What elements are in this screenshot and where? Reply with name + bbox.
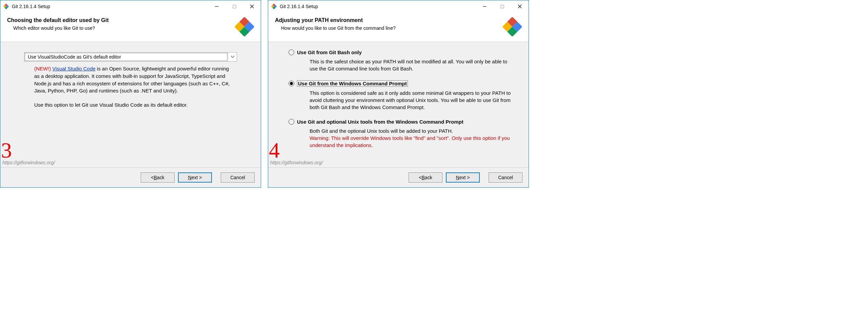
new-badge: (NEW!) [34,66,51,71]
window-controls [476,0,529,13]
cancel-button[interactable]: Cancel [221,172,255,183]
titlebar: Git 2.16.1.4 Setup [268,0,529,13]
setup-window-left: Git 2.16.1.4 Setup Choosing the default … [0,0,261,188]
editor-select[interactable]: Use VisualStudioCode as Git's default ed… [24,52,237,62]
button-bar: < Back Next > Cancel [268,167,529,187]
editor-desc-p2: Use this option to let Git use Visual St… [34,101,234,109]
window-title: Git 2.16.1.4 Setup [280,4,318,9]
radio-icon [289,119,294,125]
cancel-button[interactable]: Cancel [489,172,522,183]
radio-windows-cmd[interactable]: Use Git from the Windows Command Prompt [289,80,518,87]
radio-git-bash-only[interactable]: Use Git from Git Bash only [289,49,518,55]
git-logo-icon [503,17,522,36]
button-bar: < Back Next > Cancel [0,167,261,187]
step-number: 4 [269,140,280,161]
header-panel: Adjusting your PATH environment How woul… [268,13,529,42]
content-area: Use Git from Git Bash only This is the s… [268,42,529,167]
footer-url: https://gitforwindows.org/ [2,160,55,165]
window-title: Git 2.16.1.4 Setup [12,4,50,9]
page-subtitle: Which editor would you like Git to use? [7,25,232,31]
minimize-button[interactable] [208,0,225,13]
page-title: Adjusting your PATH environment [275,17,499,23]
radio-icon [289,81,294,86]
svg-rect-5 [233,5,236,8]
footer-url: https://gitforwindows.org/ [270,160,323,165]
warning-text: Warning: This will override Windows tool… [310,135,510,148]
back-button[interactable]: < Back [409,172,442,183]
content-area: Use VisualStudioCode as Git's default ed… [0,42,261,167]
setup-window-right: Git 2.16.1.4 Setup Adjusting your PATH e… [268,0,529,188]
titlebar: Git 2.16.1.4 Setup [0,0,261,13]
editor-select-value: Use VisualStudioCode as Git's default ed… [25,53,228,61]
header-panel: Choosing the default editor used by Git … [0,13,261,42]
window-controls [208,0,261,13]
radio-desc: This option is considered safe as it onl… [289,87,518,111]
radio-label: Use Git from Git Bash only [297,49,362,55]
radio-desc: Both Git and the optional Unix tools wil… [289,125,518,149]
maximize-button[interactable] [493,0,511,13]
git-logo-icon [235,17,254,36]
radio-label: Use Git from the Windows Command Prompt [297,80,408,87]
svg-rect-17 [501,5,504,8]
next-button[interactable]: Next > [446,172,480,183]
page-title: Choosing the default editor used by Git [7,17,232,23]
minimize-button[interactable] [476,0,493,13]
close-button[interactable] [511,0,529,13]
radio-unix-tools[interactable]: Use Git and optional Unix tools from the… [289,119,518,125]
back-button[interactable]: < Back [141,172,175,183]
radio-desc: This is the safest choice as your PATH w… [289,55,518,72]
git-icon [271,3,277,9]
maximize-button[interactable] [225,0,243,13]
page-subtitle: How would you like to use Git from the c… [275,25,499,31]
next-button[interactable]: Next > [178,172,212,183]
vscode-link[interactable]: Visual Studio Code [52,66,95,71]
radio-label: Use Git and optional Unix tools from the… [297,119,463,125]
git-icon [3,3,9,9]
close-button[interactable] [243,0,261,13]
editor-description: (NEW!) Visual Studio Code is an Open Sou… [11,62,251,109]
step-number: 3 [1,140,12,161]
radio-icon [289,49,294,55]
chevron-down-icon [228,53,237,61]
